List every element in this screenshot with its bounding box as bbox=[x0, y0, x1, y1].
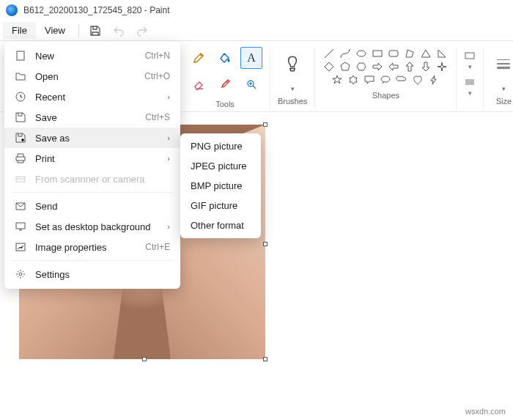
gear-icon bbox=[15, 268, 26, 280]
file-menu-print[interactable]: Print › bbox=[4, 148, 180, 169]
shape-right-triangle[interactable] bbox=[435, 47, 449, 60]
rect-icon bbox=[372, 48, 383, 59]
file-menu-new[interactable]: New Ctrl+N bbox=[4, 45, 180, 66]
shape-oval[interactable] bbox=[355, 47, 368, 60]
curve-icon bbox=[339, 48, 351, 59]
scanner-icon bbox=[15, 173, 26, 185]
save-as-jpeg[interactable]: JPEG picture bbox=[180, 156, 261, 176]
chevron-down-icon[interactable]: ▾ bbox=[502, 85, 506, 92]
shape-arrow-left[interactable] bbox=[387, 60, 400, 73]
shape-pentagon[interactable] bbox=[339, 60, 352, 73]
shape-star4[interactable] bbox=[435, 60, 449, 73]
file-menu-set-background[interactable]: Set as desktop background › bbox=[4, 216, 180, 237]
group-size: ▾ Size bbox=[483, 47, 513, 108]
shape-lightning[interactable] bbox=[427, 73, 440, 86]
menu-view[interactable]: View bbox=[36, 22, 74, 39]
zoom-icon bbox=[246, 78, 257, 90]
group-shape-opts: ▾ ▾ bbox=[456, 47, 483, 108]
desktop-icon bbox=[15, 221, 26, 232]
callout-oval-icon bbox=[380, 74, 391, 86]
bucket-icon bbox=[219, 52, 231, 64]
fill-tool[interactable] bbox=[214, 47, 236, 69]
shape-callout-oval[interactable] bbox=[379, 73, 392, 86]
shape-roundrect[interactable] bbox=[387, 47, 400, 60]
chevron-right-icon: › bbox=[167, 222, 170, 231]
shape-outline-button[interactable]: ▾ bbox=[464, 50, 476, 70]
heart-icon bbox=[412, 74, 424, 86]
arrowl-icon bbox=[388, 61, 399, 73]
file-menu-recent[interactable]: Recent › bbox=[4, 86, 180, 107]
rtriangle-icon bbox=[436, 48, 448, 59]
fill-icon bbox=[464, 76, 476, 88]
shape-callout-cloud[interactable] bbox=[395, 73, 408, 86]
pencil-icon bbox=[193, 52, 204, 64]
shape-heart[interactable] bbox=[411, 73, 424, 86]
shape-arrow-right[interactable] bbox=[371, 60, 384, 73]
save-as-gif[interactable]: GIF picture bbox=[180, 196, 261, 215]
roundrect-icon bbox=[388, 48, 399, 59]
svg-rect-5 bbox=[465, 53, 474, 59]
shape-hexagon[interactable] bbox=[355, 60, 368, 73]
save-as-png[interactable]: PNG picture bbox=[180, 136, 261, 156]
file-menu-send[interactable]: Send bbox=[4, 196, 180, 216]
save-as-icon bbox=[15, 132, 26, 144]
properties-icon bbox=[15, 241, 26, 253]
shape-diamond[interactable] bbox=[322, 60, 336, 73]
size-picker[interactable] bbox=[491, 47, 513, 81]
eraser-tool[interactable] bbox=[188, 73, 210, 95]
undo-button[interactable] bbox=[107, 21, 130, 41]
tools-label: Tools bbox=[215, 100, 235, 108]
title-bar: B612_20200130_172545_820 - Paint bbox=[0, 0, 513, 21]
resize-handle-ne[interactable] bbox=[263, 122, 267, 127]
new-icon bbox=[15, 50, 26, 62]
shape-arrow-up[interactable] bbox=[403, 60, 416, 73]
shape-star5[interactable] bbox=[331, 73, 344, 86]
svg-point-4 bbox=[381, 76, 390, 82]
resize-handle-e[interactable] bbox=[263, 242, 267, 246]
file-menu-open[interactable]: Open Ctrl+O bbox=[4, 66, 180, 86]
shape-triangle[interactable] bbox=[419, 47, 432, 60]
file-menu-settings[interactable]: Settings bbox=[4, 264, 180, 284]
menu-separator bbox=[78, 24, 79, 37]
shape-star6[interactable] bbox=[347, 73, 360, 86]
svg-rect-3 bbox=[389, 51, 398, 56]
shape-arrow-down[interactable] bbox=[419, 60, 432, 73]
star6-icon bbox=[347, 74, 359, 86]
file-menu-scanner: From scannner or camera bbox=[4, 169, 180, 189]
brush-picker[interactable] bbox=[278, 47, 307, 81]
watermark: wsxdn.com bbox=[465, 407, 506, 416]
zoom-tool[interactable] bbox=[240, 73, 262, 95]
shape-callout-rect[interactable] bbox=[363, 73, 376, 86]
resize-handle-s[interactable] bbox=[142, 357, 147, 361]
shape-curve[interactable] bbox=[339, 47, 352, 60]
recent-icon bbox=[15, 91, 26, 103]
shape-fill-button[interactable]: ▾ bbox=[464, 76, 476, 97]
shape-polygon[interactable] bbox=[403, 47, 416, 60]
picker-tool[interactable] bbox=[214, 73, 236, 95]
file-menu-save-as[interactable]: Save as › bbox=[4, 128, 180, 148]
shape-line[interactable] bbox=[322, 47, 336, 60]
callout-cloud-icon bbox=[396, 74, 407, 86]
polygon-icon bbox=[404, 48, 416, 59]
group-shapes: Shapes bbox=[314, 47, 456, 108]
text-tool[interactable]: A bbox=[240, 47, 262, 69]
arrowu-icon bbox=[404, 61, 416, 73]
chevron-down-icon[interactable]: ▾ bbox=[291, 85, 295, 92]
save-quick-button[interactable] bbox=[84, 21, 107, 41]
hexagon-icon bbox=[355, 61, 367, 73]
brush-icon bbox=[283, 54, 302, 73]
redo-button[interactable] bbox=[130, 21, 154, 41]
svg-rect-6 bbox=[465, 79, 474, 85]
chevron-right-icon: › bbox=[167, 154, 170, 163]
save-as-other[interactable]: Other format bbox=[180, 215, 261, 235]
svg-point-12 bbox=[19, 273, 22, 276]
resize-handle-se[interactable] bbox=[263, 357, 267, 361]
callout-rect-icon bbox=[363, 74, 375, 86]
file-menu-image-properties[interactable]: Image properties Ctrl+E bbox=[4, 237, 180, 257]
file-menu-save[interactable]: Save Ctrl+S bbox=[4, 107, 180, 128]
shape-rect[interactable] bbox=[371, 47, 384, 60]
save-as-bmp[interactable]: BMP picture bbox=[180, 176, 261, 196]
pencil-tool[interactable] bbox=[188, 47, 210, 69]
menu-bar: File View bbox=[0, 21, 513, 41]
menu-file[interactable]: File bbox=[3, 22, 36, 39]
